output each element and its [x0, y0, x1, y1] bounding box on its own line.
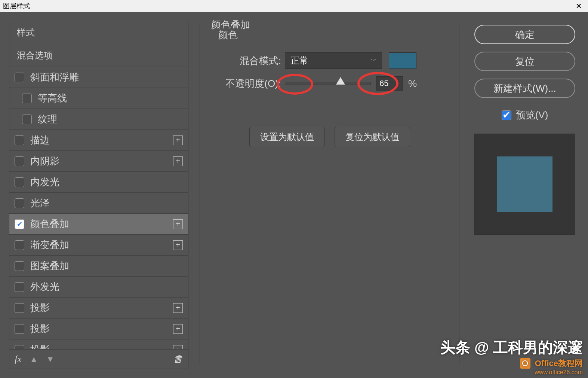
- color-swatch[interactable]: [389, 52, 416, 69]
- style-item-0[interactable]: 斜面和浮雕: [9, 67, 188, 88]
- style-item-6[interactable]: 光泽: [9, 193, 188, 214]
- style-item-8[interactable]: 渐变叠加+: [9, 235, 188, 256]
- close-icon[interactable]: ✕: [569, 0, 588, 12]
- style-item-1[interactable]: 等高线: [9, 88, 188, 109]
- style-checkbox[interactable]: [22, 94, 32, 103]
- action-panel: 确定 复位 新建样式(W)... ✔ 预览(V): [471, 21, 579, 369]
- style-checkbox[interactable]: [15, 177, 24, 187]
- style-item-3[interactable]: 描边+: [9, 130, 188, 151]
- style-list: 样式 混合选项 斜面和浮雕等高线纹理描边+内阴影+内发光光泽颜色叠加+渐变叠加+…: [9, 21, 188, 349]
- style-item-10[interactable]: 外发光: [9, 277, 188, 298]
- blend-mode-value: 正常: [290, 55, 308, 67]
- blend-mode-select[interactable]: 正常 ﹀: [285, 52, 382, 69]
- preview-box: [474, 134, 575, 235]
- plus-icon[interactable]: +: [173, 303, 183, 313]
- preview-checkbox[interactable]: ✔: [502, 110, 511, 120]
- dialog-body: 样式 混合选项 斜面和浮雕等高线纹理描边+内阴影+内发光光泽颜色叠加+渐变叠加+…: [0, 12, 588, 378]
- opacity-label: 不透明度(O):: [214, 77, 281, 90]
- arrow-down-icon[interactable]: ▼: [46, 354, 55, 364]
- style-checkbox[interactable]: [15, 73, 24, 82]
- style-checkbox[interactable]: [15, 261, 24, 271]
- slider-thumb[interactable]: [336, 77, 345, 85]
- ok-button[interactable]: 确定: [474, 25, 575, 44]
- style-checkbox[interactable]: [15, 198, 24, 208]
- style-checkbox[interactable]: [15, 156, 24, 166]
- style-item-11[interactable]: 投影+: [9, 298, 188, 318]
- plus-icon[interactable]: +: [173, 240, 183, 250]
- color-group: 颜色 混合模式: 正常 ﹀ 不透明度(O): %: [207, 35, 452, 117]
- style-checkbox[interactable]: [15, 345, 24, 350]
- styles-panel: 样式 混合选项 斜面和浮雕等高线纹理描边+内阴影+内发光光泽颜色叠加+渐变叠加+…: [9, 21, 188, 369]
- style-label: 描边: [30, 134, 173, 147]
- title-bar: 图层样式 ✕: [0, 0, 588, 12]
- preview-swatch: [497, 156, 552, 212]
- style-item-2[interactable]: 纹理: [9, 109, 188, 130]
- blend-mode-row: 混合模式: 正常 ﹀: [214, 52, 445, 69]
- new-style-button[interactable]: 新建样式(W)...: [474, 79, 575, 98]
- style-label: 等高线: [38, 92, 183, 105]
- style-item-12[interactable]: 投影+: [9, 318, 188, 339]
- plus-icon[interactable]: +: [173, 324, 183, 334]
- opacity-row: 不透明度(O): %: [214, 76, 445, 91]
- reset-button[interactable]: 复位: [474, 52, 575, 71]
- style-label: 投影: [30, 322, 173, 335]
- style-checkbox[interactable]: [15, 303, 24, 313]
- window-title: 图层样式: [3, 1, 30, 10]
- default-buttons-row: 设置为默认值 复位为默认值: [207, 127, 452, 147]
- style-checkbox[interactable]: [15, 324, 24, 334]
- color-legend: 颜色: [215, 28, 241, 42]
- reset-default-button[interactable]: 复位为默认值: [335, 127, 410, 147]
- make-default-button[interactable]: 设置为默认值: [249, 127, 325, 147]
- opacity-input[interactable]: [376, 76, 403, 91]
- style-label: 内阴影: [30, 155, 173, 168]
- style-label: 投影: [30, 301, 173, 314]
- style-checkbox[interactable]: [22, 115, 32, 124]
- preview-row[interactable]: ✔ 预览(V): [502, 109, 548, 122]
- style-label: 投影: [30, 343, 173, 349]
- style-item-7[interactable]: 颜色叠加+: [9, 214, 188, 235]
- plus-icon[interactable]: +: [173, 135, 183, 145]
- style-item-13[interactable]: 投影+: [9, 339, 188, 349]
- percent-sign: %: [408, 78, 417, 89]
- style-item-9[interactable]: 图案叠加: [9, 256, 188, 277]
- style-list-footer: fx ▲ ▼ 🗑: [9, 349, 188, 369]
- trash-icon[interactable]: 🗑: [173, 353, 183, 365]
- style-checkbox[interactable]: [15, 219, 24, 229]
- style-label: 图案叠加: [30, 259, 183, 272]
- fx-icon[interactable]: fx: [15, 354, 22, 365]
- style-checkbox[interactable]: [15, 135, 24, 145]
- opacity-slider[interactable]: [285, 82, 371, 85]
- style-checkbox[interactable]: [15, 240, 24, 250]
- style-label: 渐变叠加: [30, 238, 173, 252]
- styles-header: 样式: [9, 21, 188, 44]
- style-label: 内发光: [30, 176, 183, 189]
- style-checkbox[interactable]: [15, 282, 24, 292]
- plus-icon[interactable]: +: [173, 156, 183, 166]
- color-overlay-group: 颜色叠加 颜色 混合模式: 正常 ﹀ 不透明度(O):: [200, 25, 459, 365]
- blending-options-item[interactable]: 混合选项: [9, 44, 188, 67]
- style-label: 光泽: [30, 196, 183, 210]
- blend-mode-label: 混合模式:: [214, 54, 281, 67]
- style-item-5[interactable]: 内发光: [9, 172, 188, 193]
- style-label: 颜色叠加: [30, 217, 173, 231]
- chevron-down-icon: ﹀: [370, 57, 376, 65]
- arrow-up-icon[interactable]: ▲: [30, 354, 38, 364]
- options-panel: 颜色叠加 颜色 混合模式: 正常 ﹀ 不透明度(O):: [200, 21, 459, 369]
- plus-icon[interactable]: +: [173, 219, 183, 229]
- plus-icon[interactable]: +: [173, 345, 183, 350]
- preview-label: 预览(V): [516, 109, 548, 122]
- style-label: 纹理: [38, 113, 183, 126]
- style-item-4[interactable]: 内阴影+: [9, 151, 188, 172]
- style-label: 外发光: [30, 280, 183, 293]
- style-label: 斜面和浮雕: [30, 71, 183, 84]
